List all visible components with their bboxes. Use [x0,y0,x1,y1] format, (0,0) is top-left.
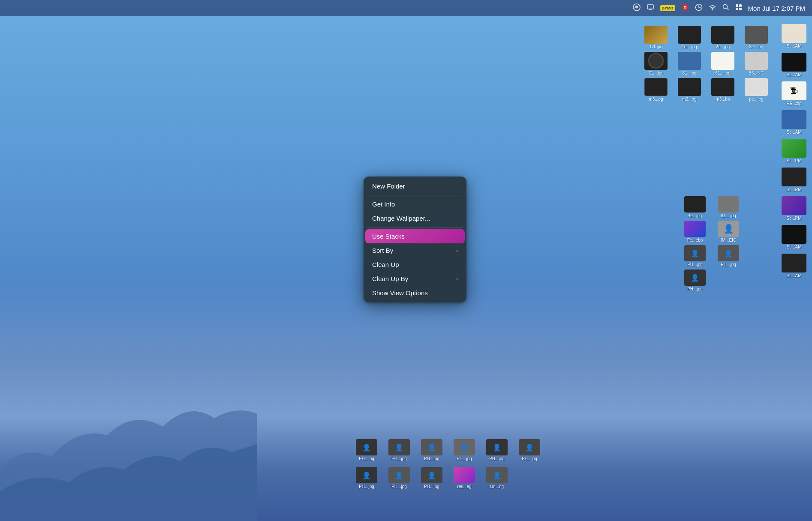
right-icon-sc-am-1[interactable]: Sc...AM [779,24,809,48]
svg-point-6 [684,7,686,8]
context-menu-divider-2 [367,227,463,228]
right-icon-sc-am-5[interactable]: Sc...AM [779,254,809,278]
context-menu-sort-by[interactable]: Sort By › [365,243,465,258]
desktop-icon-fe[interactable]: Fe...ebp [680,221,710,243]
clean-up-by-arrow: › [456,276,458,282]
desktop-icon-m3ng[interactable]: m3...ng [674,78,704,102]
svg-rect-12 [739,4,742,7]
wifi-icon[interactable] [709,3,716,13]
dymo-icon[interactable]: DYMO [660,5,675,11]
sort-by-arrow: › [456,248,458,254]
desktop-icon-b6[interactable]: B6...NG [741,52,771,75]
svg-rect-11 [736,4,738,7]
desktop-icon-pe[interactable]: pe...jpg [741,78,771,102]
desktop-icon-61-2[interactable]: 61....jpg [713,196,743,218]
bottom-right-icons: 4e...jpg 61....jpg Fe...ebp 👤 IM...EIC 👤… [680,196,743,291]
bottom-ph-1[interactable]: 👤 PH...jpg [352,439,382,461]
bottom-ph-8[interactable]: 👤 PH...jpg [384,467,414,489]
bottom-ph-4[interactable]: 👤 PH...jpg [449,439,479,461]
bottom-ph-9[interactable]: 👤 PH...jpg [417,467,447,489]
privacy-icon[interactable] [633,3,641,13]
search-icon[interactable] [722,4,729,12]
desktop-icon-im[interactable]: 👤 IM...EIC [713,221,743,243]
bottom-ph-7[interactable]: 👤 PH...jpg [352,467,382,489]
bottom-ph-row: 👤 PH...jpg 👤 PH...jpg 👤 PH...jpg 👤 PH...… [352,439,544,461]
menubar: DYMO [0,0,812,16]
svg-rect-14 [739,8,742,10]
svg-rect-13 [736,8,738,10]
bottom-ph-2[interactable]: 👤 PH...jpg [384,439,414,461]
bottom-res[interactable]: res...eg [449,467,479,489]
desktop-icon-61[interactable]: 61....jpg [708,52,738,75]
context-menu-get-info[interactable]: Get Info [365,197,465,211]
mountain-decoration [0,392,257,521]
context-menu-clean-up-by[interactable]: Clean Up By › [365,272,465,286]
menubar-right: DYMO [633,3,805,13]
desktop-icon-1-1[interactable]: 1-1.jpg [641,26,671,49]
context-menu-change-wallpaper[interactable]: Change Wallpaper... [365,211,465,225]
context-menu-divider-1 [367,195,463,195]
bottom-ph-3[interactable]: 👤 PH...jpg [417,439,447,461]
music-icon[interactable] [681,3,689,13]
right-icon-re-zip[interactable]: 🗜 RE...zip [779,81,809,106]
right-icon-sc-am-4[interactable]: Sc...AM [779,225,809,249]
context-menu-new-folder[interactable]: New Folder [365,179,465,193]
bottom-un[interactable]: 👤 Un...ng [482,467,512,489]
desktop-icon-1er[interactable]: 1er...jpg [674,26,704,49]
desktop-icons-main: 1-1.jpg 1er...jpg 2e...jpg 3e...jpg 71..… [638,22,776,105]
context-menu-use-stacks[interactable]: Use Stacks [365,229,465,243]
desktop-icon-3e[interactable]: 3e...jpg [741,26,771,49]
desktop-icons-right-col: Sc...AM Sc...AM 🗜 RE...zip Sc...AM Sc...… [778,22,810,282]
bottom-ph-6[interactable]: 👤 PH...jpg [514,439,544,461]
bottom-ph-row2: 👤 PH...jpg 👤 PH...jpg 👤 PH...jpg res...e… [352,467,512,489]
right-icon-sc-pm-1[interactable]: Sc...PM [779,139,809,163]
desktop-icon-4e[interactable]: 4e...jpg [680,196,710,218]
right-icon-sc-am-3[interactable]: Sc...AM [779,110,809,135]
control-center-icon[interactable] [735,4,742,12]
svg-line-10 [727,9,728,10]
desktop-icon-m3pg[interactable]: m3...pg [641,78,671,102]
desktop-icon-ph-5[interactable]: 👤 PH...jpg [680,245,710,267]
svg-rect-1 [647,5,653,9]
time-machine-icon[interactable] [695,3,703,13]
screen-icon[interactable] [647,3,654,13]
svg-point-8 [712,9,713,10]
right-icon-sc-pm-3[interactable]: Sc...PM [779,196,809,221]
desktop-icon-71[interactable]: 71....jpg [641,52,671,75]
context-menu-show-view-options[interactable]: Show View Options [365,286,465,300]
desktop-icon-81[interactable]: 81...jpg [674,52,704,75]
context-menu-clean-up[interactable]: Clean Up [365,258,465,272]
desktop-icon-ph-6[interactable]: 👤 PH...jpg [713,245,743,267]
right-icon-sc-am-2[interactable]: Sc...AM [779,53,809,77]
desktop-icon-m3bp[interactable]: m3...bp [708,78,738,102]
desktop-icon-2e[interactable]: 2e...jpg [708,26,738,49]
menubar-clock: Mon Jul 17 2:07 PM [748,5,805,12]
right-icon-sc-pm-2[interactable]: Sc...PM [779,168,809,192]
context-menu: New Folder Get Info Change Wallpaper... … [364,177,466,302]
desktop-icon-ph-7[interactable]: 👤 PH...jpg [680,269,710,291]
bottom-ph-5[interactable]: 👤 PH...jpg [482,439,512,461]
